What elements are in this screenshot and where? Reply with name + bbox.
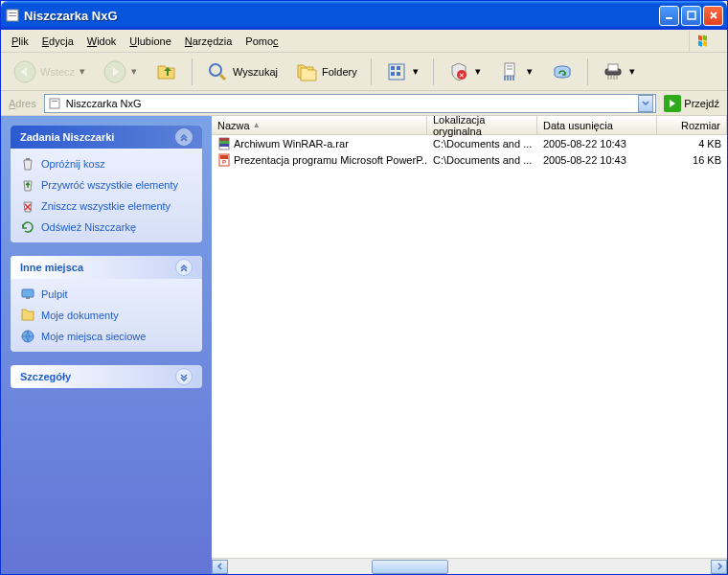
scroll-track[interactable]: [228, 560, 711, 574]
file-row[interactable]: P Prezentacja programu Microsoft PowerP.…: [212, 151, 727, 168]
refresh-icon: [20, 219, 35, 235]
back-button[interactable]: Wstecz ▾: [7, 58, 93, 86]
menubar: Plik Edycja Widok Ulubione Narzędzia Pom…: [1, 30, 727, 53]
tool-button-1[interactable]: ✕ ▾: [441, 58, 489, 86]
chevron-down-icon: ▾: [79, 65, 86, 78]
chevron-up-icon: [175, 259, 193, 276]
column-headers: Nazwa ▲ Lokalizacja oryginalna Data usun…: [212, 116, 727, 135]
place-desktop[interactable]: Pulpit: [20, 287, 193, 302]
column-size[interactable]: Rozmiar: [657, 116, 727, 134]
place-label: Pulpit: [41, 288, 68, 300]
folder-up-icon: [155, 60, 178, 83]
cell-date: 2005-08-22 10:43: [537, 137, 657, 150]
separator: [192, 58, 193, 85]
details-title: Szczegóły: [20, 371, 175, 382]
restore-all-icon: [20, 177, 35, 193]
places-body: Pulpit Moje dokumenty Moje miejsca sieci…: [11, 279, 202, 352]
chevron-down-icon: ▾: [628, 65, 636, 78]
svg-rect-24: [26, 158, 30, 160]
forward-button[interactable]: ▾: [97, 58, 145, 86]
svg-line-8: [220, 75, 225, 80]
menu-view[interactable]: Widok: [80, 33, 124, 50]
svg-rect-4: [688, 12, 695, 19]
chevron-down-icon: ▾: [526, 65, 534, 78]
scroll-left-button[interactable]: [212, 560, 228, 574]
task-label: Odśwież Niszczarkę: [41, 221, 136, 233]
close-button[interactable]: [703, 6, 723, 26]
scroll-right-button[interactable]: [711, 560, 727, 574]
file-rows: Archiwum WinRAR-a.rar C:\Documents and .…: [212, 135, 727, 558]
column-name[interactable]: Nazwa ▲: [212, 116, 427, 134]
search-label: Wyszukaj: [233, 66, 278, 78]
window-controls: [659, 6, 723, 26]
network-icon: [20, 329, 35, 344]
documents-icon: [20, 308, 35, 323]
shield-red-icon: ✕: [447, 60, 470, 83]
menu-help[interactable]: Pomoc: [239, 33, 284, 50]
tool-button-4[interactable]: ▾: [595, 58, 643, 86]
up-button[interactable]: [148, 58, 185, 86]
svg-rect-30: [219, 141, 229, 144]
file-row[interactable]: Archiwum WinRAR-a.rar C:\Documents and .…: [212, 135, 727, 151]
minimize-button[interactable]: [659, 6, 679, 26]
svg-text:P: P: [222, 159, 226, 165]
place-label: Moje dokumenty: [41, 310, 119, 321]
location-icon: [47, 96, 62, 111]
svg-rect-10: [391, 66, 395, 70]
sidebar: Zadania Niszczarki Opróżnij kosz Przywró…: [1, 116, 212, 574]
address-dropdown[interactable]: [638, 95, 653, 112]
folders-button[interactable]: Foldery: [288, 58, 364, 86]
menu-tools[interactable]: Narzędzia: [178, 33, 239, 50]
titlebar: Niszczarka NxG: [1, 1, 727, 30]
separator: [433, 58, 434, 85]
separator: [371, 58, 372, 85]
sort-asc-icon: ▲: [253, 121, 261, 129]
horizontal-scrollbar[interactable]: [212, 558, 727, 574]
details-header[interactable]: Szczegóły: [11, 365, 202, 388]
task-refresh[interactable]: Odśwież Niszczarkę: [20, 219, 193, 235]
address-label: Adres: [5, 98, 40, 109]
cell-location: C:\Documents and ...: [427, 137, 537, 150]
task-empty-bin[interactable]: Opróżnij kosz: [20, 156, 193, 172]
svg-rect-23: [52, 101, 57, 102]
place-network[interactable]: Moje miejsca sieciowe: [20, 329, 193, 344]
places-header[interactable]: Inne miejsca: [11, 256, 202, 279]
cell-name: P Prezentacja programu Microsoft PowerP.…: [212, 152, 427, 168]
cell-size: 16 KB: [657, 153, 727, 167]
maximize-button[interactable]: [681, 6, 701, 26]
place-documents[interactable]: Moje dokumenty: [20, 308, 193, 323]
menu-file[interactable]: Plik: [5, 33, 35, 50]
task-label: Przywróć wszystkie elementy: [41, 179, 178, 191]
tool-button-2[interactable]: ▾: [492, 58, 540, 86]
search-icon: [206, 60, 229, 83]
separator: [587, 58, 588, 85]
svg-rect-25: [22, 289, 34, 297]
cell-date: 2005-08-22 10:43: [537, 153, 657, 167]
file-list: Nazwa ▲ Lokalizacja oryginalna Data usun…: [212, 116, 727, 574]
scroll-thumb[interactable]: [372, 560, 448, 574]
menu-edit[interactable]: Edycja: [35, 33, 80, 50]
tool-button-3[interactable]: [544, 58, 580, 86]
svg-rect-13: [397, 72, 400, 76]
cell-size: 4 KB: [657, 137, 727, 150]
svg-point-7: [210, 64, 221, 76]
address-input[interactable]: Niszczarka NxG: [44, 94, 657, 113]
views-button[interactable]: ▾: [378, 58, 426, 86]
svg-rect-2: [9, 15, 16, 16]
desktop-icon: [20, 287, 35, 302]
task-shred-all[interactable]: Zniszcz wszystkie elementy: [20, 198, 193, 214]
toolbar: Wstecz ▾ ▾ Wyszukaj Foldery ▾ ✕ ▾: [1, 53, 727, 91]
shred-all-icon: [20, 198, 35, 214]
menu-favorites[interactable]: Ulubione: [123, 33, 177, 50]
windows-flag-icon: [689, 31, 723, 52]
svg-text:✕: ✕: [459, 72, 465, 79]
task-label: Opróżnij kosz: [41, 158, 105, 170]
search-button[interactable]: Wyszukaj: [199, 58, 284, 86]
column-location[interactable]: Lokalizacja oryginalna: [427, 116, 537, 134]
tasks-header[interactable]: Zadania Niszczarki: [11, 126, 202, 149]
go-button[interactable]: Przejdź: [660, 94, 723, 113]
cell-location: C:\Documents and ...: [427, 153, 537, 167]
column-date[interactable]: Data usunięcia: [537, 116, 657, 134]
task-restore-all[interactable]: Przywróć wszystkie elementy: [20, 177, 193, 193]
svg-rect-1: [9, 12, 16, 13]
